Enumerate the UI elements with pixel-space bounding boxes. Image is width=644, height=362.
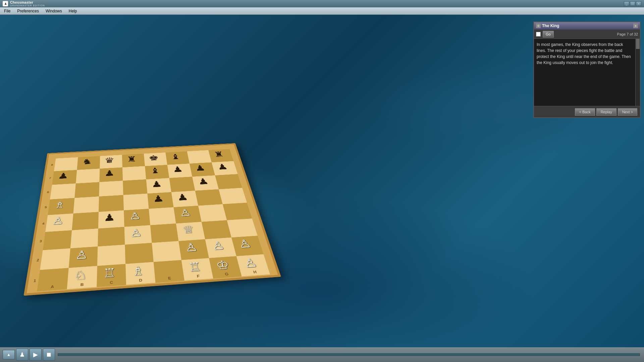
cell-r2c5[interactable] <box>152 241 181 262</box>
cell-r2c4[interactable] <box>125 243 153 264</box>
cell-r3c1[interactable] <box>43 230 72 250</box>
minimize-button[interactable]: _ <box>624 1 629 6</box>
cell-r6c5[interactable] <box>146 178 171 193</box>
progress-bar <box>58 353 640 356</box>
menu-windows[interactable]: Windows <box>43 8 65 14</box>
cell-r8c5[interactable] <box>144 153 167 166</box>
page-info: Page 7 of 32 <box>617 32 638 36</box>
cell-r8c6[interactable] <box>165 151 190 165</box>
cell-r6c3[interactable] <box>99 181 123 196</box>
cell-r2c6[interactable] <box>178 239 209 260</box>
scroll-up-button[interactable]: ▲ <box>3 350 15 359</box>
lesson-close-button[interactable]: × <box>633 23 638 28</box>
cell-r7c4[interactable] <box>122 166 146 181</box>
cell-r2c8[interactable] <box>231 236 264 256</box>
cell-r5c3[interactable] <box>99 195 124 212</box>
board-container: 8 7 6 5 4 3 2 1 A B C D E <box>17 35 309 300</box>
menu-help[interactable]: Help <box>66 8 80 14</box>
cell-r7c2[interactable] <box>76 169 100 183</box>
next-button[interactable]: Next > <box>618 108 637 116</box>
cell-r6c6[interactable] <box>169 177 195 192</box>
cell-r8c1[interactable] <box>54 157 78 171</box>
cell-r8c3[interactable] <box>100 155 122 169</box>
lesson-buttons: < Back Replay Next > <box>534 106 640 117</box>
cell-r3c5[interactable] <box>150 224 178 243</box>
cell-r3c2[interactable] <box>70 229 98 248</box>
cell-r6c2[interactable] <box>74 182 99 198</box>
lesson-panel-titlebar: ♔ The King × <box>534 22 640 29</box>
close-button[interactable]: × <box>636 1 641 6</box>
title-bar-controls: _ □ × <box>624 1 641 6</box>
cell-r6c7[interactable] <box>192 175 219 191</box>
bottom-bar: ▲ ♟ ▶ ⏹ <box>0 347 644 362</box>
stop-button[interactable]: ⏹ <box>43 349 55 361</box>
lesson-scroll-thumb[interactable] <box>636 39 640 49</box>
play-button[interactable]: ▶ <box>30 349 42 361</box>
lesson-checkbox[interactable] <box>536 32 541 37</box>
app-logo: ♟ Chessmaster GRANDMASTER EDITION <box>3 0 45 7</box>
title-bar: ♟ Chessmaster GRANDMASTER EDITION _ □ × <box>0 0 644 7</box>
cell-r4c4[interactable] <box>124 209 150 227</box>
cell-r8c2[interactable] <box>77 156 100 170</box>
cell-r7c6[interactable] <box>167 164 192 178</box>
cell-r6c8[interactable] <box>215 174 242 189</box>
cell-r2c2[interactable] <box>69 246 98 268</box>
cell-r5c2[interactable] <box>73 196 99 214</box>
lesson-title: The King <box>542 23 632 28</box>
cell-r2c1[interactable] <box>40 248 70 270</box>
cell-r4c7[interactable] <box>198 204 227 222</box>
maximize-button[interactable]: □ <box>630 1 635 6</box>
app-name: Chessmaster GRANDMASTER EDITION <box>10 0 45 7</box>
menu-bar: File Preferences Windows Help <box>0 7 644 15</box>
cell-r4c1[interactable] <box>45 214 73 232</box>
chess-area: 8 7 6 5 4 3 2 1 A B C D E <box>0 15 644 362</box>
cell-r8c7[interactable] <box>187 150 211 164</box>
app-icon: ♟ <box>3 1 8 6</box>
cell-r5c8[interactable] <box>219 188 247 204</box>
menu-file[interactable]: File <box>1 8 13 14</box>
cell-r5c5[interactable] <box>147 192 173 209</box>
lesson-content: In most games, the King observes from th… <box>534 39 640 106</box>
cell-r6c4[interactable] <box>123 179 147 195</box>
cell-r4c3[interactable] <box>98 210 124 228</box>
piece-icon-button[interactable]: ♟ <box>16 349 28 361</box>
board-frame: 8 7 6 5 4 3 2 1 A B C D E <box>23 143 281 296</box>
cell-r5c1[interactable] <box>48 198 74 215</box>
cell-r5c4[interactable] <box>123 193 149 210</box>
lesson-text: In most games, the King observes from th… <box>537 42 637 66</box>
cell-r7c1[interactable] <box>52 170 77 185</box>
cell-r5c6[interactable] <box>171 191 198 207</box>
cell-r3c6[interactable] <box>176 222 205 241</box>
cell-r8c8[interactable] <box>208 149 233 163</box>
cell-r6c1[interactable] <box>50 183 76 199</box>
replay-button[interactable]: Replay <box>596 108 616 116</box>
cell-r3c7[interactable] <box>202 220 231 239</box>
lesson-toolbar: Go Page 7 of 32 <box>534 29 640 39</box>
lesson-scrollbar[interactable] <box>635 39 640 106</box>
menu-preferences[interactable]: Preferences <box>14 8 42 14</box>
cell-r2c7[interactable] <box>205 237 236 258</box>
cell-r7c7[interactable] <box>190 162 215 177</box>
cell-r4c8[interactable] <box>223 203 252 220</box>
cell-r3c4[interactable] <box>124 225 152 245</box>
cell-r3c3[interactable] <box>98 227 125 247</box>
cell-r5c7[interactable] <box>195 189 223 206</box>
cell-r4c2[interactable] <box>72 212 99 230</box>
cell-r2c3[interactable] <box>97 245 125 266</box>
cell-r7c5[interactable] <box>145 165 169 179</box>
cell-r4c6[interactable] <box>173 206 201 224</box>
chess-board-3d: 8 7 6 5 4 3 2 1 A B C D E <box>14 135 305 311</box>
lesson-icon: ♔ <box>536 23 541 28</box>
go-button[interactable]: Go <box>543 31 554 38</box>
cell-r7c3[interactable] <box>99 167 123 182</box>
back-button[interactable]: < Back <box>575 108 595 116</box>
cell-r3c8[interactable] <box>227 219 258 237</box>
cell-r4c5[interactable] <box>149 207 176 225</box>
cell-r8c4[interactable] <box>122 154 145 167</box>
lesson-panel: ♔ The King × Go Page 7 of 32 In most gam… <box>533 21 641 118</box>
cell-r7c8[interactable] <box>212 161 238 175</box>
